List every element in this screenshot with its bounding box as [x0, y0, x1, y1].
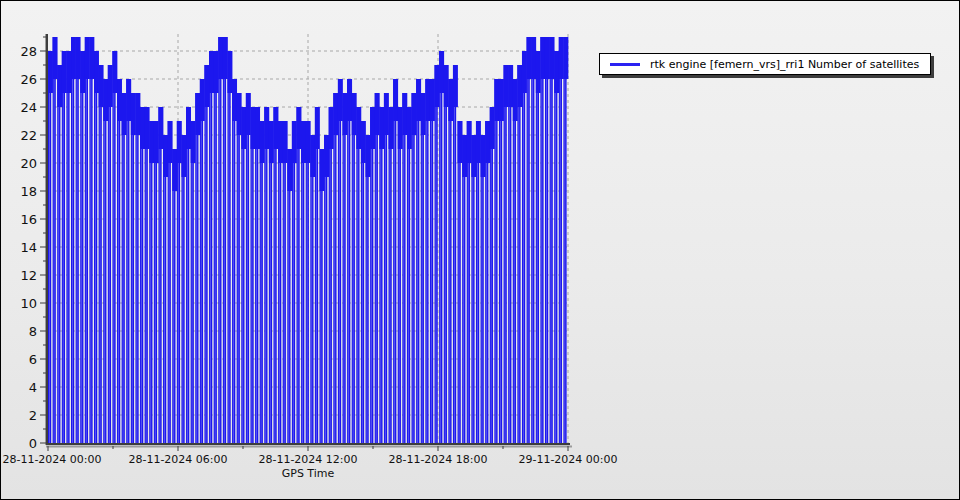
envelope-band	[172, 149, 177, 191]
data-column-highlight	[454, 65, 455, 443]
envelope-band	[103, 79, 108, 121]
y-tick-label: 22	[20, 128, 37, 143]
envelope-band	[540, 37, 545, 79]
envelope-band	[320, 149, 325, 191]
envelope-band	[154, 121, 159, 163]
data-column-highlight	[132, 93, 133, 443]
data-column-highlight	[210, 51, 211, 443]
envelope-band	[241, 107, 246, 149]
envelope-band	[356, 107, 361, 149]
envelope-band	[559, 37, 564, 79]
envelope-band	[329, 107, 334, 149]
envelope-band	[550, 37, 555, 79]
data-column-highlight	[104, 79, 105, 443]
envelope-band	[112, 51, 117, 93]
envelope-band	[425, 79, 430, 121]
envelope-band	[264, 107, 269, 149]
envelope-band	[145, 107, 150, 149]
y-tick-label: 6	[29, 352, 37, 367]
data-column-highlight	[523, 51, 524, 443]
envelope-band	[554, 51, 559, 93]
data-column-highlight	[123, 93, 124, 443]
data-column-highlight	[187, 107, 188, 443]
envelope-band	[255, 107, 260, 149]
data-column-highlight	[288, 149, 289, 443]
envelope-band	[444, 65, 449, 107]
data-column-highlight	[371, 107, 372, 443]
data-column-highlight	[164, 135, 165, 443]
y-tick-label: 14	[20, 240, 37, 255]
data-column-highlight	[408, 107, 409, 443]
envelope-band	[85, 37, 90, 79]
data-column-highlight	[431, 79, 432, 443]
data-column-highlight	[261, 121, 262, 443]
data-column-highlight	[141, 107, 142, 443]
envelope-band	[343, 93, 348, 135]
data-column-highlight	[495, 79, 496, 443]
envelope-band	[227, 51, 232, 93]
data-column-highlight	[367, 135, 368, 443]
envelope-band	[80, 51, 85, 93]
envelope-band	[195, 93, 200, 135]
data-column-highlight	[127, 79, 128, 443]
envelope-band	[407, 107, 412, 149]
data-column-highlight	[477, 121, 478, 443]
data-column-highlight	[311, 135, 312, 443]
data-column-highlight	[459, 121, 460, 443]
data-column-highlight	[58, 65, 59, 443]
data-column-highlight	[274, 107, 275, 443]
data-column-highlight	[242, 107, 243, 443]
envelope-band	[513, 79, 518, 121]
envelope-band	[453, 65, 458, 107]
y-tick-label: 2	[29, 408, 37, 423]
data-column-highlight	[90, 37, 91, 443]
y-tick-label: 18	[20, 184, 37, 199]
y-tick-label: 0	[29, 436, 37, 451]
envelope-band	[412, 93, 417, 135]
data-column-highlight	[72, 37, 73, 443]
data-column-highlight	[228, 51, 229, 443]
envelope-band	[71, 37, 76, 79]
data-column-highlight	[440, 51, 441, 443]
envelope-band	[481, 135, 486, 177]
data-column-highlight	[390, 107, 391, 443]
data-column-highlight	[109, 65, 110, 443]
data-column-highlight	[182, 135, 183, 443]
envelope-band	[57, 65, 62, 107]
data-column-highlight	[505, 65, 506, 443]
data-column-highlight	[330, 107, 331, 443]
data-column-highlight	[205, 65, 206, 443]
envelope-band	[499, 79, 504, 121]
data-column-highlight	[136, 93, 137, 443]
envelope-band	[273, 107, 278, 149]
envelope-band	[301, 121, 306, 163]
envelope-band	[186, 107, 191, 149]
data-column-highlight	[532, 37, 533, 443]
data-column-highlight	[100, 65, 101, 443]
envelope-band	[536, 51, 541, 93]
envelope-band	[389, 107, 394, 149]
envelope-band	[508, 65, 513, 107]
data-column-highlight	[555, 51, 556, 443]
envelope-band	[122, 93, 127, 135]
data-column-highlight	[155, 121, 156, 443]
envelope-band	[467, 121, 472, 163]
data-column-highlight	[394, 79, 395, 443]
x-tick-label: 28-11-2024 12:00	[258, 453, 357, 466]
envelope-band	[490, 107, 495, 149]
envelope-band	[158, 107, 163, 149]
y-tick-label: 12	[20, 268, 37, 283]
envelope-band	[177, 121, 182, 163]
envelope-band	[563, 37, 568, 79]
envelope-band	[181, 135, 186, 177]
envelope-band	[232, 79, 237, 121]
data-column-highlight	[113, 51, 114, 443]
envelope-band	[531, 37, 536, 79]
data-column-highlight	[233, 79, 234, 443]
envelope-band	[287, 149, 292, 191]
envelope-band	[421, 93, 426, 135]
legend-line-swatch	[610, 63, 640, 66]
data-column-highlight	[426, 79, 427, 443]
envelope-band	[204, 65, 209, 107]
data-column-highlight	[169, 121, 170, 443]
